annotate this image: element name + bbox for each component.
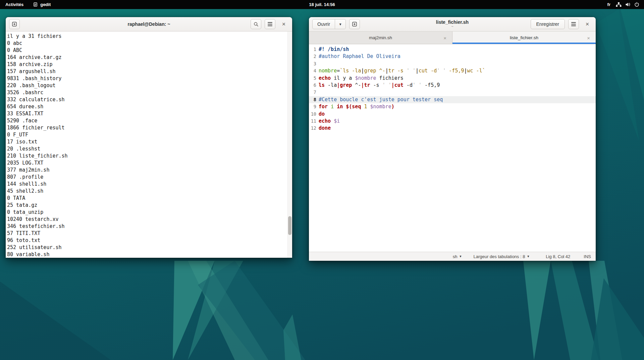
- gedit-headerbar[interactable]: Ouvrir ▼ liste_fichier.sh ~ Enregistrer: [309, 17, 596, 32]
- terminal-scrollbar-thumb[interactable]: [288, 216, 291, 235]
- terminal-output-line: 157 argushell.sh: [7, 68, 285, 75]
- volume-icon: [625, 2, 631, 7]
- chevron-down-icon: ▼: [527, 255, 530, 258]
- terminal-output-line: 807 .profile: [7, 174, 285, 181]
- tab-liste_fichier.sh[interactable]: liste_fichier.sh×: [452, 32, 596, 44]
- line-number: 3: [309, 60, 319, 67]
- gedit-menu-button[interactable]: [568, 19, 579, 29]
- code-text: #author Raphael De Oliveira: [319, 53, 400, 60]
- tab-label: maj2min.sh: [369, 35, 392, 40]
- code-line: 1#! /bin/sh: [309, 46, 596, 53]
- code-line: 6ls -la|grep ^-|tr -s ' '|cut -d' ' -f5,…: [309, 82, 596, 89]
- line-number: 11: [309, 118, 319, 125]
- code-editor[interactable]: 1#! /bin/sh2#author Raphael De Oliveira3…: [309, 44, 596, 252]
- power-icon: [634, 2, 639, 7]
- terminal-output-line: 144 shell1.sh: [7, 181, 285, 188]
- activities-button[interactable]: Activités: [5, 2, 23, 7]
- keyboard-layout-indicator[interactable]: fr: [607, 2, 610, 7]
- terminal-output-line: 220 .bash_logout: [7, 82, 285, 89]
- terminal-output-line: il y a 31 fichiers: [7, 33, 285, 40]
- tab-close-icon[interactable]: ×: [442, 35, 448, 41]
- terminal-output-line: 158 archive.zip: [7, 61, 285, 68]
- open-split-button[interactable]: Ouvrir ▼: [312, 19, 346, 29]
- code-line: 9for i in $(seq 1 $nombre): [309, 103, 596, 110]
- language-selector[interactable]: sh ▼: [453, 254, 462, 259]
- terminal-output-line: 377 maj2min.sh: [7, 167, 285, 174]
- terminal-output[interactable]: il y a 31 fichiers0 abc0 ABC164 archive.…: [6, 32, 292, 258]
- terminal-output-line: 96 toto.txt: [7, 237, 285, 244]
- new-document-icon: [352, 21, 357, 27]
- terminal-headerbar[interactable]: raphael@Debian: ~ ×: [6, 17, 292, 32]
- terminal-output-line: 332 calculatrice.sh: [7, 96, 285, 103]
- line-number: 10: [309, 111, 319, 118]
- line-number: 9: [309, 103, 319, 110]
- line-number: 7: [309, 89, 319, 96]
- code-line: 12done: [309, 125, 596, 132]
- search-icon: [254, 22, 259, 27]
- chevron-down-icon: ▼: [459, 255, 462, 258]
- hamburger-menu-icon: [268, 22, 272, 26]
- system-status-area[interactable]: [616, 2, 639, 7]
- app-menu-label: gedit: [40, 2, 51, 7]
- hamburger-menu-icon: [571, 22, 576, 26]
- terminal-output-line: 45 shell2.sh: [7, 188, 285, 195]
- terminal-output-line: 2035 LOG.TXT: [7, 160, 285, 167]
- code-text: for i in $(seq 1 $nombre): [319, 103, 394, 110]
- gedit-window: Ouvrir ▼ liste_fichier.sh ~ Enregistrer: [309, 17, 596, 261]
- terminal-output-line: 1866 fichier_result: [7, 124, 285, 131]
- terminal-new-tab-button[interactable]: [9, 19, 20, 29]
- terminal-output-line: 0 abc: [7, 40, 285, 47]
- clock[interactable]: 18 juil. 14:56: [309, 2, 335, 7]
- code-text: echo il y a $nombre fichiers: [319, 75, 404, 82]
- code-line: 8#Cette boucle c'est juste pour tester s…: [309, 96, 596, 103]
- new-tab-icon: [12, 21, 17, 27]
- close-icon: ×: [282, 21, 286, 27]
- tab-label: liste_fichier.sh: [510, 35, 538, 40]
- terminal-search-button[interactable]: [251, 19, 261, 29]
- code-text: nombre=`ls -la|grep ^-|tr -s ' '|cut -d'…: [319, 67, 485, 74]
- terminal-output-line: 3526 .bashrc: [7, 89, 285, 96]
- tab-close-icon[interactable]: ×: [585, 35, 592, 41]
- terminal-output-line: 0 F_UTF: [7, 131, 285, 138]
- line-number: 4: [309, 67, 319, 74]
- tab-width-selector[interactable]: Largeur des tabulations : 8 ▼: [473, 254, 530, 259]
- line-number: 1: [309, 46, 319, 53]
- gedit-close-button[interactable]: ×: [582, 19, 592, 29]
- gnome-top-bar: Activités gedit 18 juil. 14:56 fr: [0, 0, 644, 9]
- terminal-output-line: 9831 .bash_history: [7, 75, 285, 82]
- new-document-button[interactable]: [349, 19, 360, 29]
- terminal-window-title: raphael@Debian: ~: [6, 22, 292, 27]
- terminal-output-line: 10240 testarch.xv: [7, 216, 285, 223]
- gedit-statusbar: sh ▼ Largeur des tabulations : 8 ▼ Lig 8…: [309, 252, 596, 261]
- code-text: #Cette boucle c'est juste pour tester se…: [319, 96, 443, 103]
- terminal-output-line: 0 TATA: [7, 195, 285, 202]
- terminal-close-button[interactable]: ×: [279, 19, 289, 29]
- terminal-menu-button[interactable]: [265, 19, 275, 29]
- code-text: done: [319, 125, 331, 132]
- terminal-output-line: 164 archive.tar.gz: [7, 54, 285, 61]
- insert-mode-indicator: INS: [584, 254, 591, 259]
- terminal-scrollbar[interactable]: [287, 32, 292, 258]
- open-dropdown-button[interactable]: ▼: [335, 19, 346, 29]
- gedit-app-icon: [33, 2, 38, 7]
- line-number: 2: [309, 53, 319, 60]
- code-text: do: [319, 111, 325, 118]
- app-menu-gedit[interactable]: gedit: [33, 2, 51, 7]
- close-icon: ×: [586, 21, 589, 27]
- chevron-down-icon: ▼: [339, 22, 342, 26]
- terminal-output-line: 5290 .face: [7, 117, 285, 124]
- code-line: 10do: [309, 111, 596, 118]
- line-number: 8: [309, 96, 319, 103]
- save-button[interactable]: Enregistrer: [531, 19, 565, 29]
- code-line: 2#author Raphael De Oliveira: [309, 53, 596, 60]
- code-line: 4nombre=`ls -la|grep ^-|tr -s ' '|cut -d…: [309, 67, 596, 74]
- terminal-output-line: 57 TITI.TXT: [7, 230, 285, 237]
- cursor-position: Lig 8, Col 42: [546, 254, 570, 259]
- open-button[interactable]: Ouvrir: [312, 19, 335, 29]
- terminal-output-line: 33 ESSAI.TXT: [7, 110, 285, 117]
- terminal-output-line: 252 utilisateur.sh: [7, 244, 285, 251]
- terminal-output-line: 210 liste_fichier.sh: [7, 153, 285, 160]
- tab-maj2min.sh[interactable]: maj2min.sh×: [309, 32, 452, 44]
- terminal-output-line: 20 .lesshst: [7, 145, 285, 153]
- code-line: 11echo $i: [309, 118, 596, 125]
